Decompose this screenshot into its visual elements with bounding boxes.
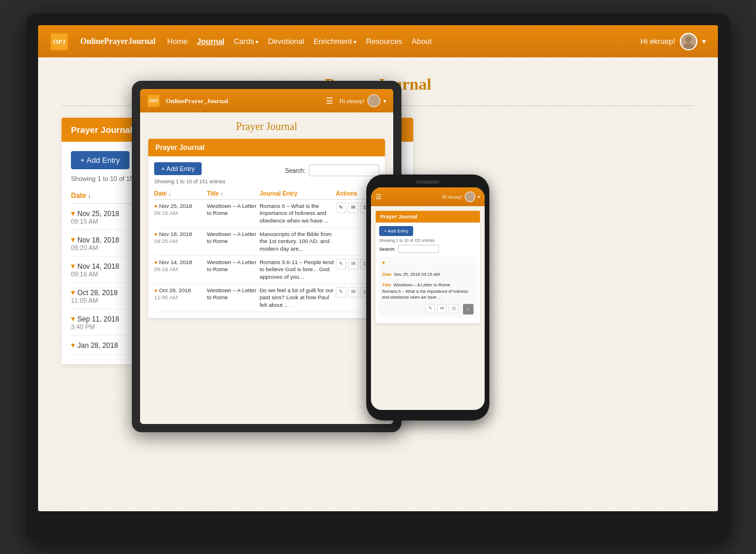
tablet-panel-header: Prayer Journal xyxy=(148,139,385,156)
tablet-title-cell: Westtown – A Letter to Rome xyxy=(207,231,260,245)
tablet-entry-cell: Manuscripts of the Bible from the 1st ce… xyxy=(260,231,336,252)
phone-frame: ☰ Hi ekruep! ▾ Prayer Journal + Add Entr… xyxy=(366,175,489,420)
tablet-hamburger-icon[interactable]: ☰ xyxy=(326,96,333,106)
tablet-showing-text: Showing 1 to 10 of 151 entries xyxy=(154,179,379,184)
navbar: OPJ OnlinePrayerJournal Home Journal Car… xyxy=(38,25,718,57)
tablet-entry-cell: Romans 5:6-11 – People tend to believe G… xyxy=(260,259,336,281)
phone-hamburger-icon[interactable]: ☰ xyxy=(376,193,382,201)
tablet-add-entry-button[interactable]: + Add Entry xyxy=(154,162,202,175)
phone-camera xyxy=(416,180,440,184)
phone-search-label: Search: xyxy=(379,247,396,252)
phone-screen: ☰ Hi ekruep! ▾ Prayer Journal + Add Entr… xyxy=(371,187,485,410)
user-dropdown-arrow[interactable]: ▾ xyxy=(702,37,706,46)
phone-user-greeting: Hi ekruep! xyxy=(442,194,462,200)
phone-expand-icon: ▾ xyxy=(382,259,474,266)
phone-main: Prayer Journal + Add Entry Showing 1 to … xyxy=(371,206,485,410)
tablet-panel: Prayer Journal + Add Entry Search: Sho xyxy=(148,139,385,318)
phone-scroll-up-button[interactable]: ↑ xyxy=(463,304,474,314)
tablet-brand-logo: OPJ xyxy=(147,94,160,107)
tablet-nav-right: Hi ekruep! ▾ xyxy=(339,94,386,107)
edit-icon[interactable]: ✎ xyxy=(336,287,346,297)
phone-nav-right: Hi ekruep! ▾ xyxy=(385,191,480,202)
tablet-page-title: Prayer Journal xyxy=(148,121,385,133)
nav-about[interactable]: About xyxy=(412,37,432,46)
main-content: Prayer Journal Prayer Journal + Add Entr… xyxy=(38,57,718,511)
email-icon[interactable]: ✉ xyxy=(348,259,359,269)
phone-entry-text: Romans 6 – What is the importance of hol… xyxy=(382,289,474,300)
tablet-actions-cell: ✎ ✉ ⊡ xyxy=(336,287,371,297)
tablet-panel-body: + Add Entry Search: Showing 1 to 10 of 1… xyxy=(148,156,385,318)
phone-navbar: ☰ Hi ekruep! ▾ xyxy=(371,187,485,206)
tablet-th-date: Date ↓ xyxy=(154,190,207,197)
nav-enrichment[interactable]: Enrichment xyxy=(314,37,357,46)
tablet-entry-cell: Do we feel a lot of guilt for our past s… xyxy=(260,287,336,309)
phone-panel-body: + Add Entry Showing 1 to 10 of 151 entri… xyxy=(376,223,480,323)
tablet-screen: OPJ OnlinePrayer_Journal ☰ Hi ekruep! ▾ … xyxy=(140,89,393,424)
tablet-user-greeting: Hi ekruep! xyxy=(339,98,365,104)
tablet-table-row: ● Nov 25, 201809:15 AM Westtown – A Lett… xyxy=(154,200,379,228)
tablet-actions-cell: ✎ ✉ ⊡ xyxy=(336,203,371,213)
phone-search-row: Search: xyxy=(379,245,476,253)
tablet-table-header: Date ↓ Title ↑ Journal Entry Actions xyxy=(154,188,379,200)
tablet-navbar: OPJ OnlinePrayer_Journal ☰ Hi ekruep! ▾ xyxy=(140,89,393,112)
tablet-frame: OPJ OnlinePrayer_Journal ☰ Hi ekruep! ▾ … xyxy=(132,81,401,432)
email-action-icon[interactable]: ✉ xyxy=(348,203,359,213)
edit-icon[interactable]: ✎ xyxy=(336,259,346,269)
phone-date-field: Date Nov 25, 2018 09:15 AM xyxy=(382,268,474,278)
monitor-stand xyxy=(319,523,437,541)
monitor-screen: OPJ OnlinePrayerJournal Home Journal Car… xyxy=(38,25,718,511)
phone-add-entry-button[interactable]: + Add Entry xyxy=(379,226,413,236)
add-entry-button[interactable]: + Add Entry xyxy=(71,151,130,169)
tablet-th-entry: Journal Entry xyxy=(260,190,336,197)
tablet-search-input[interactable] xyxy=(309,165,379,176)
tablet-avatar xyxy=(367,94,380,107)
tablet-th-actions: Actions xyxy=(336,190,371,197)
tablet-dropdown-arrow[interactable]: ▾ xyxy=(383,98,386,104)
tablet-date-cell: ● Nov 18, 201809:20 AM xyxy=(154,231,207,245)
phone-panel-header: Prayer Journal xyxy=(376,211,480,223)
nav-home[interactable]: Home xyxy=(167,37,188,46)
phone-showing-text: Showing 1 to 10 of 151 entries xyxy=(379,238,476,242)
phone-edit-icon[interactable]: ✎ xyxy=(425,304,435,313)
phone-bottom-actions: ✎ ✉ ⊡ ↑ xyxy=(382,304,474,314)
tablet-table-row: ● Nov 14, 201809:16 AM Westtown – A Lett… xyxy=(154,256,379,284)
brand-name: OnlinePrayerJournal xyxy=(80,37,155,46)
nav-journal[interactable]: Journal xyxy=(197,37,224,46)
phone-title-field: Title Westtown – A Letter to Rome xyxy=(382,278,474,289)
nav-resources[interactable]: Resources xyxy=(366,37,402,46)
tablet-title-cell: Westtown – A Letter to Rome xyxy=(207,287,260,302)
tablet-table-row: ● Nov 18, 201809:20 AM Westtown – A Lett… xyxy=(154,228,379,256)
tablet-date-cell: ● Oct 28, 201811:05 AM xyxy=(154,287,207,302)
user-greeting: Hi ekruep! xyxy=(641,37,675,46)
phone-search-input[interactable] xyxy=(398,245,439,253)
email-icon[interactable]: ✉ xyxy=(348,287,359,297)
avatar xyxy=(680,33,697,50)
tablet-th-title: Title ↑ xyxy=(207,190,260,197)
phone-dropdown-arrow[interactable]: ▾ xyxy=(478,194,480,200)
tablet-main: Prayer Journal Prayer Journal + Add Entr… xyxy=(140,112,393,424)
svg-point-1 xyxy=(683,43,694,49)
tablet-title-cell: Westtown – A Letter to Rome xyxy=(207,259,260,273)
tablet-entry-cell: Romans 6 – What is the importance of hol… xyxy=(260,203,336,224)
tablet-title-cell: Westtown – A Letter to Rome xyxy=(207,203,260,217)
edit-action-icon[interactable]: ✎ xyxy=(336,203,346,213)
phone-email-icon[interactable]: ✉ xyxy=(437,304,447,313)
phone-delete-icon[interactable]: ⊡ xyxy=(449,304,458,313)
nav-devotional[interactable]: Devotional xyxy=(268,37,304,46)
nav-right: Hi ekruep! ▾ xyxy=(641,33,706,50)
phone-avatar xyxy=(465,191,475,202)
monitor-frame: OPJ OnlinePrayerJournal Home Journal Car… xyxy=(26,13,730,541)
tablet-table-row: ● Oct 28, 201811:05 AM Westtown – A Lett… xyxy=(154,284,379,312)
svg-point-0 xyxy=(685,36,692,42)
brand-logo: OPJ xyxy=(50,32,69,51)
tablet-search-label: Search: xyxy=(285,167,305,174)
tablet-actions-cell: ✎ ✉ ⊡ xyxy=(336,259,371,269)
tablet-date-cell: ● Nov 14, 201809:16 AM xyxy=(154,259,207,273)
tablet-date-cell: ● Nov 25, 201809:15 AM xyxy=(154,203,207,217)
phone-expanded-row: ▾ Date Nov 25, 2018 09:15 AM Title Westt… xyxy=(379,257,476,317)
nav-links: Home Journal Cards Devotional Enrichment… xyxy=(167,37,628,46)
nav-cards[interactable]: Cards xyxy=(234,37,258,46)
tablet-brand-name: OnlinePrayer_Journal xyxy=(166,97,320,104)
